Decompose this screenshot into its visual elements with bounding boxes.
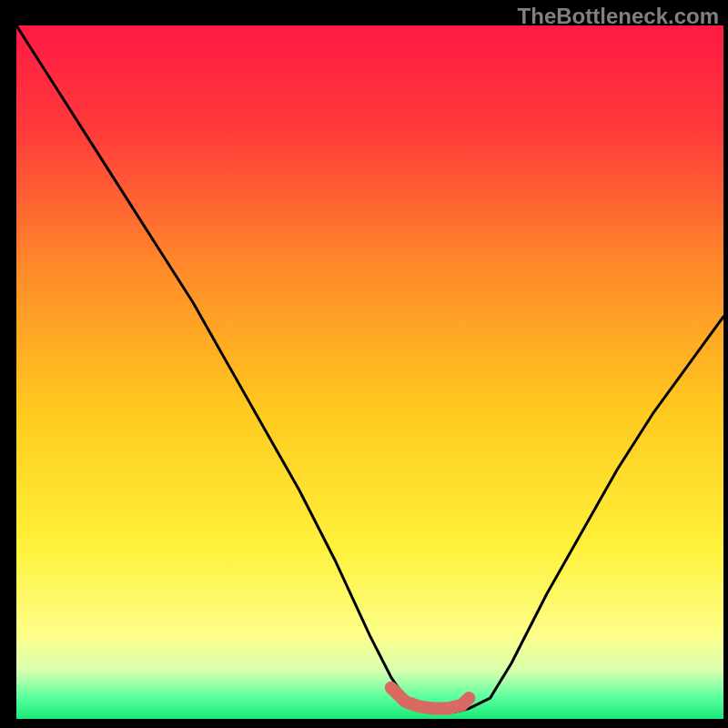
frame-border [0, 0, 16, 728]
watermark-text: TheBottleneck.com [518, 4, 719, 29]
plot-background [16, 25, 723, 719]
bottleneck-chart [0, 0, 728, 728]
frame-border [723, 0, 728, 728]
frame-border [0, 719, 728, 728]
chart-container: TheBottleneck.com [0, 0, 728, 728]
